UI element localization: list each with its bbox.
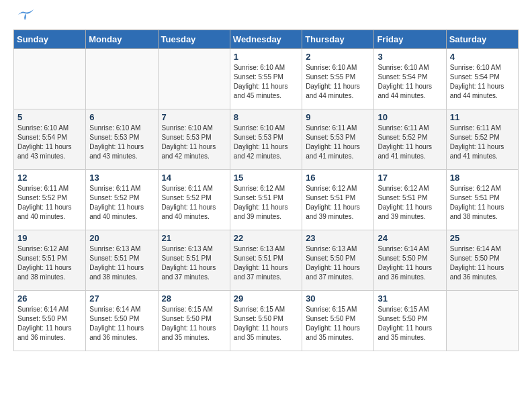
calendar-cell: 23Sunrise: 6:13 AM Sunset: 5:50 PM Dayli… — [302, 230, 374, 291]
calendar-cell: 22Sunrise: 6:13 AM Sunset: 5:51 PM Dayli… — [230, 230, 302, 291]
day-info: Sunrise: 6:14 AM Sunset: 5:50 PM Dayligh… — [89, 305, 154, 342]
day-info: Sunrise: 6:13 AM Sunset: 5:51 PM Dayligh… — [234, 244, 298, 282]
day-info: Sunrise: 6:10 AM Sunset: 5:53 PM Dayligh… — [234, 124, 298, 161]
day-number: 2 — [306, 52, 370, 62]
day-info: Sunrise: 6:10 AM Sunset: 5:53 PM Dayligh… — [162, 124, 226, 161]
logo-bird-icon — [15, 8, 35, 23]
day-number: 1 — [234, 52, 298, 62]
day-info: Sunrise: 6:11 AM Sunset: 5:52 PM Dayligh… — [89, 184, 154, 222]
calendar-cell — [158, 49, 230, 109]
day-info: Sunrise: 6:12 AM Sunset: 5:51 PM Dayligh… — [450, 184, 515, 222]
day-info: Sunrise: 6:11 AM Sunset: 5:52 PM Dayligh… — [17, 184, 82, 222]
day-number: 23 — [306, 233, 370, 243]
day-info: Sunrise: 6:10 AM Sunset: 5:54 PM Dayligh… — [17, 124, 82, 161]
day-info: Sunrise: 6:11 AM Sunset: 5:53 PM Dayligh… — [306, 124, 370, 161]
calendar-cell: 3Sunrise: 6:10 AM Sunset: 5:54 PM Daylig… — [374, 49, 446, 109]
calendar-cell: 25Sunrise: 6:14 AM Sunset: 5:50 PM Dayli… — [446, 230, 518, 291]
day-number: 7 — [162, 112, 226, 122]
calendar-cell: 5Sunrise: 6:10 AM Sunset: 5:54 PM Daylig… — [14, 109, 86, 170]
day-info: Sunrise: 6:10 AM Sunset: 5:53 PM Dayligh… — [89, 124, 154, 161]
calendar-cell: 27Sunrise: 6:14 AM Sunset: 5:50 PM Dayli… — [86, 291, 158, 351]
weekday-header-tuesday: Tuesday — [158, 30, 230, 49]
day-info: Sunrise: 6:12 AM Sunset: 5:51 PM Dayligh… — [17, 244, 82, 282]
day-number: 4 — [450, 52, 515, 62]
day-number: 29 — [234, 293, 298, 304]
day-number: 10 — [378, 112, 442, 122]
day-info: Sunrise: 6:11 AM Sunset: 5:52 PM Dayligh… — [162, 184, 226, 222]
logo — [13, 13, 35, 23]
day-number: 12 — [17, 173, 82, 183]
calendar-cell: 10Sunrise: 6:11 AM Sunset: 5:52 PM Dayli… — [374, 109, 446, 170]
calendar-cell: 17Sunrise: 6:12 AM Sunset: 5:51 PM Dayli… — [374, 170, 446, 230]
day-info: Sunrise: 6:10 AM Sunset: 5:55 PM Dayligh… — [306, 63, 370, 101]
calendar-cell — [446, 291, 518, 351]
day-number: 26 — [17, 293, 82, 304]
day-info: Sunrise: 6:13 AM Sunset: 5:51 PM Dayligh… — [162, 244, 226, 282]
day-number: 5 — [17, 112, 82, 122]
calendar-cell: 8Sunrise: 6:10 AM Sunset: 5:53 PM Daylig… — [230, 109, 302, 170]
calendar-table: SundayMondayTuesdayWednesdayThursdayFrid… — [13, 30, 519, 351]
calendar-cell: 29Sunrise: 6:15 AM Sunset: 5:50 PM Dayli… — [230, 291, 302, 351]
day-number: 30 — [306, 293, 370, 304]
day-number: 18 — [450, 173, 515, 183]
calendar-cell: 13Sunrise: 6:11 AM Sunset: 5:52 PM Dayli… — [86, 170, 158, 230]
calendar-cell: 20Sunrise: 6:13 AM Sunset: 5:51 PM Dayli… — [86, 230, 158, 291]
day-info: Sunrise: 6:15 AM Sunset: 5:50 PM Dayligh… — [306, 305, 370, 342]
calendar-cell: 7Sunrise: 6:10 AM Sunset: 5:53 PM Daylig… — [158, 109, 230, 170]
day-number: 16 — [306, 173, 370, 183]
day-number: 15 — [234, 173, 298, 183]
day-info: Sunrise: 6:12 AM Sunset: 5:51 PM Dayligh… — [378, 184, 442, 222]
day-number: 8 — [234, 112, 298, 122]
calendar-cell: 15Sunrise: 6:12 AM Sunset: 5:51 PM Dayli… — [230, 170, 302, 230]
day-info: Sunrise: 6:14 AM Sunset: 5:50 PM Dayligh… — [378, 244, 442, 282]
calendar-cell: 30Sunrise: 6:15 AM Sunset: 5:50 PM Dayli… — [302, 291, 374, 351]
week-row-4: 26Sunrise: 6:14 AM Sunset: 5:50 PM Dayli… — [14, 291, 519, 351]
calendar-cell: 18Sunrise: 6:12 AM Sunset: 5:51 PM Dayli… — [446, 170, 518, 230]
calendar-cell — [86, 49, 158, 109]
calendar-cell: 19Sunrise: 6:12 AM Sunset: 5:51 PM Dayli… — [14, 230, 86, 291]
day-info: Sunrise: 6:15 AM Sunset: 5:50 PM Dayligh… — [378, 305, 442, 342]
day-number: 22 — [234, 233, 298, 243]
week-row-0: 1Sunrise: 6:10 AM Sunset: 5:55 PM Daylig… — [14, 49, 519, 109]
weekday-header-friday: Friday — [374, 30, 446, 49]
day-info: Sunrise: 6:11 AM Sunset: 5:52 PM Dayligh… — [378, 124, 442, 161]
day-info: Sunrise: 6:14 AM Sunset: 5:50 PM Dayligh… — [17, 305, 82, 342]
day-number: 17 — [378, 173, 442, 183]
day-number: 11 — [450, 112, 515, 122]
weekday-header-wednesday: Wednesday — [230, 30, 302, 49]
calendar-cell: 6Sunrise: 6:10 AM Sunset: 5:53 PM Daylig… — [86, 109, 158, 170]
weekday-header-monday: Monday — [86, 30, 158, 49]
calendar-cell: 2Sunrise: 6:10 AM Sunset: 5:55 PM Daylig… — [302, 49, 374, 109]
week-row-2: 12Sunrise: 6:11 AM Sunset: 5:52 PM Dayli… — [14, 170, 519, 230]
weekday-header-row: SundayMondayTuesdayWednesdayThursdayFrid… — [14, 30, 519, 49]
day-number: 27 — [89, 293, 154, 304]
calendar-cell: 11Sunrise: 6:11 AM Sunset: 5:52 PM Dayli… — [446, 109, 518, 170]
day-number: 21 — [162, 233, 226, 243]
weekday-header-thursday: Thursday — [302, 30, 374, 49]
day-info: Sunrise: 6:12 AM Sunset: 5:51 PM Dayligh… — [234, 184, 298, 222]
day-number: 9 — [306, 112, 370, 122]
day-number: 6 — [89, 112, 154, 122]
day-number: 20 — [89, 233, 154, 243]
day-number: 19 — [17, 233, 82, 243]
day-info: Sunrise: 6:11 AM Sunset: 5:52 PM Dayligh… — [450, 124, 515, 161]
calendar-cell: 4Sunrise: 6:10 AM Sunset: 5:54 PM Daylig… — [446, 49, 518, 109]
day-info: Sunrise: 6:12 AM Sunset: 5:51 PM Dayligh… — [306, 184, 370, 222]
page-header — [13, 13, 519, 23]
day-number: 28 — [162, 293, 226, 304]
calendar-cell — [14, 49, 86, 109]
day-number: 3 — [378, 52, 442, 62]
calendar-cell: 16Sunrise: 6:12 AM Sunset: 5:51 PM Dayli… — [302, 170, 374, 230]
day-info: Sunrise: 6:10 AM Sunset: 5:55 PM Dayligh… — [234, 63, 298, 101]
day-info: Sunrise: 6:14 AM Sunset: 5:50 PM Dayligh… — [450, 244, 515, 282]
calendar-cell: 31Sunrise: 6:15 AM Sunset: 5:50 PM Dayli… — [374, 291, 446, 351]
calendar-cell: 1Sunrise: 6:10 AM Sunset: 5:55 PM Daylig… — [230, 49, 302, 109]
day-number: 14 — [162, 173, 226, 183]
day-info: Sunrise: 6:13 AM Sunset: 5:50 PM Dayligh… — [306, 244, 370, 282]
day-info: Sunrise: 6:10 AM Sunset: 5:54 PM Dayligh… — [378, 63, 442, 101]
day-info: Sunrise: 6:15 AM Sunset: 5:50 PM Dayligh… — [162, 305, 226, 342]
calendar-cell: 14Sunrise: 6:11 AM Sunset: 5:52 PM Dayli… — [158, 170, 230, 230]
day-number: 24 — [378, 233, 442, 243]
day-info: Sunrise: 6:15 AM Sunset: 5:50 PM Dayligh… — [234, 305, 298, 342]
day-number: 25 — [450, 233, 515, 243]
